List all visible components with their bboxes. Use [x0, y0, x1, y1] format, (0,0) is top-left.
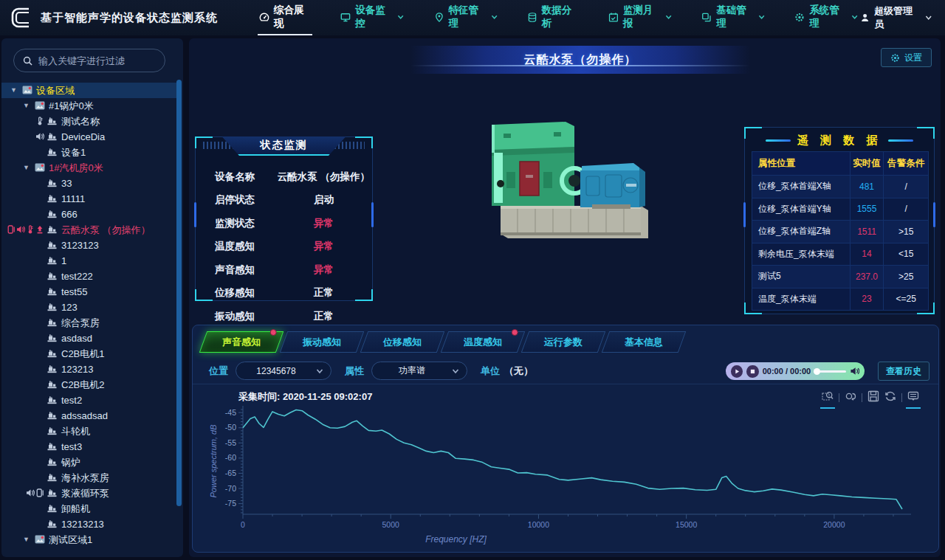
- nav-item-1[interactable]: 设备监控: [339, 0, 405, 35]
- nav-item-4[interactable]: 监测月报: [607, 0, 673, 35]
- gear-icon: [890, 53, 900, 63]
- tree-device-3[interactable]: DeviceDia: [1, 129, 177, 145]
- tab-振动感知[interactable]: 振动感知: [280, 331, 365, 353]
- telemetry-value: 23: [850, 288, 884, 311]
- tree-node-label: 123: [61, 300, 78, 315]
- telemetry-attr: 温度_泵体末端: [752, 288, 850, 311]
- device-icon: [47, 426, 57, 435]
- view-history-button[interactable]: 查看历史: [878, 362, 929, 381]
- tree-device-16[interactable]: asdasd: [1, 331, 177, 346]
- tree-expand-caret[interactable]: ▼: [23, 532, 30, 547]
- spectrum-chart[interactable]: -75-70-65-60-55-50-450500010000150002000…: [207, 404, 927, 550]
- telemetry-row-1: 位移_泵体首端Y轴1555/: [752, 198, 929, 221]
- status-row-value: 异常: [275, 217, 372, 230]
- tree-device-7[interactable]: 11111: [1, 191, 177, 207]
- telemetry-row-5: 温度_泵体末端23<=25: [752, 288, 929, 311]
- tree-device-19[interactable]: C2B电机2: [1, 377, 177, 393]
- stop-button[interactable]: [746, 365, 758, 378]
- device-3d-model[interactable]: [455, 101, 706, 252]
- tree-device-8[interactable]: 666: [1, 207, 177, 222]
- zoom-restore-icon[interactable]: [845, 390, 856, 405]
- nav-item-2[interactable]: 特征管理: [433, 0, 499, 35]
- status-panel: 状态监测 设备名称云酷水泵 （勿操作）启停状态启动监测状态异常温度感知异常声音感…: [195, 136, 373, 301]
- tab-位移感知[interactable]: 位移感知: [360, 331, 445, 353]
- telemetry-col-cond: 告警条件: [884, 152, 929, 176]
- tree-node-label: test3: [61, 439, 82, 454]
- tree-device-2[interactable]: 测试名称: [1, 114, 177, 129]
- search-input[interactable]: [38, 55, 149, 66]
- tab-温度感知[interactable]: 温度感知: [441, 331, 526, 353]
- volume-icon[interactable]: [850, 366, 859, 376]
- tree-device-10[interactable]: 3123123: [1, 238, 177, 253]
- tree-device-28[interactable]: 13213213: [1, 516, 177, 532]
- tree-region-5[interactable]: ▼1#汽机房0米: [1, 160, 177, 176]
- tree-device-12[interactable]: test222: [1, 269, 177, 284]
- datazoom-icon[interactable]: [822, 390, 834, 405]
- attribute-select[interactable]: 功率谱: [371, 362, 467, 380]
- nav-item-5[interactable]: 基础管理: [700, 0, 766, 35]
- nav-item-3[interactable]: 数据分析: [526, 0, 580, 35]
- tree-device-26[interactable]: 浆液循环泵: [1, 485, 177, 501]
- tree-node-label: adssadsad: [61, 408, 108, 424]
- tab-基本信息[interactable]: 基本信息: [602, 331, 687, 353]
- settings-button[interactable]: 设置: [881, 48, 932, 67]
- tab-label: 运行参数: [526, 332, 601, 352]
- device-icon: [47, 333, 57, 342]
- refresh-icon[interactable]: [884, 390, 896, 405]
- unit-value: （无）: [504, 364, 533, 378]
- telemetry-condition: /: [884, 176, 929, 198]
- status-row-label: 设备名称: [196, 170, 275, 184]
- tab-声音感知[interactable]: 声音感知: [199, 331, 284, 353]
- play-button[interactable]: [731, 365, 743, 378]
- telemetry-value: 14: [850, 243, 884, 266]
- attribute-label: 属性: [345, 364, 364, 378]
- tree-region-0[interactable]: ▼设备区域: [1, 83, 177, 98]
- device-icon: [47, 117, 57, 125]
- tree-device-24[interactable]: 锅炉: [1, 454, 177, 470]
- tree-device-18[interactable]: 123213: [1, 362, 177, 377]
- tree-device-20[interactable]: test2: [1, 393, 177, 408]
- tree-device-13[interactable]: test55: [1, 284, 177, 300]
- view-history-label: 查看历史: [886, 365, 921, 378]
- tab-运行参数[interactable]: 运行参数: [521, 331, 606, 353]
- tree-device-27[interactable]: 卸船机: [1, 501, 177, 516]
- nav-item-0[interactable]: 综合展现: [258, 0, 312, 35]
- tree-device-21[interactable]: adssadsad: [1, 408, 177, 424]
- nav-item-label: 监测月报: [623, 4, 660, 30]
- sensor-icons: [3, 117, 44, 125]
- device-icon: [47, 194, 57, 203]
- tree-device-22[interactable]: 斗轮机: [1, 424, 177, 439]
- nav-item-6[interactable]: 系统管理: [793, 0, 859, 35]
- nav-item-label: 系统管理: [809, 4, 846, 30]
- tree-region-1[interactable]: ▼#1锅炉0米: [1, 98, 177, 114]
- telemetry-col-value: 实时值: [850, 152, 884, 176]
- tree-device-9[interactable]: 云酷水泵 （勿操作）: [1, 222, 177, 238]
- player-slider-handle[interactable]: [814, 368, 820, 375]
- position-select[interactable]: 12345678: [236, 362, 331, 380]
- status-row-label: 位移感知: [196, 286, 275, 300]
- nav-item-label: 特征管理: [448, 4, 485, 30]
- dataview-icon[interactable]: [907, 390, 919, 405]
- tree-device-14[interactable]: 123: [1, 300, 177, 315]
- sidebar-scrollbar-thumb[interactable]: [176, 80, 182, 506]
- telemetry-panel: 遥 测 数 据 属性位置 实时值 告警条件 位移_泵体首端X轴481/位移_泵体…: [744, 127, 935, 314]
- position-label: 位置: [209, 364, 228, 378]
- thermo-icon: [35, 117, 44, 125]
- speaker-icon: [16, 225, 25, 234]
- tree-device-17[interactable]: C2B电机1: [1, 346, 177, 362]
- tree-expand-caret[interactable]: ▼: [23, 98, 30, 114]
- tree-device-4[interactable]: 设备1: [1, 145, 177, 160]
- user-menu[interactable]: 超级管理员: [860, 4, 932, 31]
- tree-device-6[interactable]: 33: [1, 176, 177, 191]
- status-row-2: 监测状态异常: [196, 212, 372, 235]
- tree-device-23[interactable]: test3: [1, 439, 177, 454]
- tree-device-11[interactable]: 1: [1, 253, 177, 269]
- tree-expand-caret[interactable]: ▼: [23, 160, 30, 176]
- tree-expand-caret[interactable]: ▼: [10, 83, 17, 98]
- tree-device-15[interactable]: 综合泵房: [1, 315, 177, 331]
- player-slider[interactable]: [814, 370, 845, 373]
- tree-region-29[interactable]: ▼测试区域1: [1, 532, 177, 547]
- telemetry-attr: 剩余电压_泵体末端: [752, 243, 850, 266]
- tree-device-25[interactable]: 海补水泵房: [1, 470, 177, 485]
- save-image-icon[interactable]: [867, 390, 879, 405]
